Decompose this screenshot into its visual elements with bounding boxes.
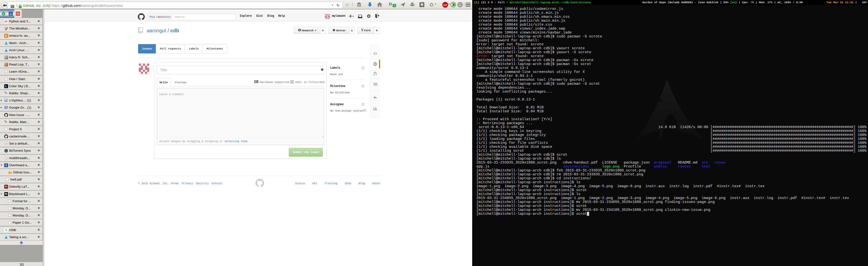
- svg-text:ρ: ρ: [10, 12, 11, 15]
- svg-text:TJ: TJ: [17, 12, 20, 15]
- svg-text:ABP: ABP: [443, 4, 447, 6]
